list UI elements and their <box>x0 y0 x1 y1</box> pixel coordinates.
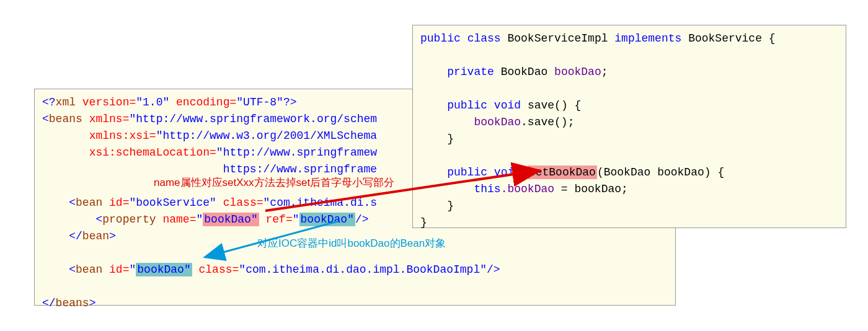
bean1-close-tag: bean <box>82 230 109 242</box>
field-semi: ; <box>601 66 608 78</box>
bean1-close-lt: </ <box>69 230 82 242</box>
eq-sign: = <box>554 183 574 195</box>
bean2-id-q2: " <box>184 263 191 276</box>
save-lbrace: { <box>568 99 582 112</box>
xml-version-val: "1.0" <box>136 96 169 108</box>
java-code-box: public class BookServiceImpl implements … <box>412 25 846 228</box>
assign-bookdao: bookDao; <box>574 183 627 195</box>
bean2-class-val: "com.itheima.di.dao.impl.BookDaoImpl" <box>239 263 487 276</box>
prop-name-val: bookDao <box>204 213 251 226</box>
param-name: bookDao <box>657 166 704 179</box>
beans-close-lt: </ <box>42 297 56 309</box>
save-method: save <box>528 99 554 112</box>
xmlns-xsi-attr: xmlns:xsi= <box>89 130 156 142</box>
bean2-id-q1: " <box>129 263 136 276</box>
setbookdao-method: setBookDao <box>529 166 596 179</box>
xmlns-attr: xmlns= <box>82 113 130 125</box>
prop-name-attr: name= <box>156 213 197 226</box>
class-rbrace: } <box>420 216 427 229</box>
bean2-id-attr: id= <box>102 263 129 276</box>
prop-ref-q1: " <box>293 213 299 226</box>
prop-ref-val: bookDao <box>301 213 348 226</box>
kw-this: this <box>474 183 500 195</box>
bean2-lt: < <box>69 263 76 276</box>
bean1-lt: < <box>69 196 76 209</box>
xmlns-val: "http://www.springframework.org/schem <box>129 113 377 125</box>
bean2-class-attr: class= <box>192 263 239 276</box>
prop-ref-q2: " <box>347 213 354 226</box>
field-name: bookDao <box>554 66 601 78</box>
xml-version-attr: version= <box>76 96 136 108</box>
kw-void2: void <box>494 166 521 179</box>
xsi-loc-val1: "http://www.springframew <box>216 146 377 159</box>
kw-void1: void <box>494 99 521 112</box>
prop-name-highlight: bookDao" <box>203 213 259 226</box>
prop-ref-highlight: bookDao" <box>299 213 355 226</box>
xml-decl-name: xml <box>56 96 76 108</box>
blue-annotation: 对应IOC容器中id叫bookDao的Bean对象 <box>257 236 446 250</box>
bean2-close: /> <box>487 263 500 276</box>
save-parens: () <box>554 99 568 112</box>
save-rbrace: } <box>447 133 454 145</box>
save-body-bookdao: bookDao <box>474 116 521 128</box>
kw-public2: public <box>447 99 487 112</box>
bean1-id-attr: id= <box>102 196 129 209</box>
kw-class: class <box>467 32 501 45</box>
xmlns-xsi-val: "http://www.w3.org/2001/XMLSchema <box>156 130 377 142</box>
class-name: BookServiceImpl <box>507 32 608 45</box>
bean1-tag: bean <box>76 196 102 209</box>
bean2-id-highlight: bookDao" <box>136 263 192 276</box>
xsi-loc-attr: xsi:schemaLocation= <box>89 146 216 159</box>
save-body-rest: .save(); <box>521 116 574 128</box>
setter-rbrace: } <box>447 200 454 212</box>
xml-encoding-val: "UTF-8" <box>236 96 283 108</box>
bean1-class-attr: class= <box>216 196 264 209</box>
param-type: BookDao <box>604 166 651 179</box>
xml-decl-open: <? <box>42 96 56 108</box>
kw-private: private <box>447 66 494 78</box>
class-lbrace: { <box>762 32 776 45</box>
field-type: BookDao <box>501 66 548 78</box>
setter-lbrace: { <box>711 166 725 179</box>
bean1-id-val: "bookService" <box>129 196 216 209</box>
bean2-tag: bean <box>76 263 102 276</box>
iface-name: BookService <box>688 32 762 45</box>
prop-tag: property <box>102 213 156 226</box>
setbookdao-highlight: setBookDao <box>528 166 597 179</box>
bean2-id-val: bookDao <box>137 263 184 276</box>
prop-ref-attr: ref= <box>259 213 293 226</box>
xml-encoding-attr: encoding= <box>169 96 236 108</box>
bean1-close-gt: > <box>109 230 116 242</box>
prop-lt: < <box>95 213 102 226</box>
bean1-class-val: "com.itheima.di.s <box>264 196 378 209</box>
xsi-loc-val2: https://www.springframe <box>223 163 377 175</box>
prop-close: /> <box>355 213 369 226</box>
prop-name-q2: " <box>251 213 258 226</box>
red-annotation: name属性对应setXxx方法去掉set后首字母小写部分 <box>154 175 394 190</box>
beans-close-tag: beans <box>56 297 89 309</box>
prop-name-q1: " <box>196 213 203 226</box>
this-bookdao: .bookDao <box>501 183 554 195</box>
kw-implements: implements <box>614 32 681 45</box>
beans-tag: beans <box>49 113 82 125</box>
kw-public1: public <box>420 32 461 45</box>
xml-decl-close: ?> <box>283 96 297 108</box>
beans-open-lt: < <box>42 113 49 125</box>
kw-public3: public <box>447 166 487 179</box>
beans-close-gt: > <box>89 297 96 309</box>
